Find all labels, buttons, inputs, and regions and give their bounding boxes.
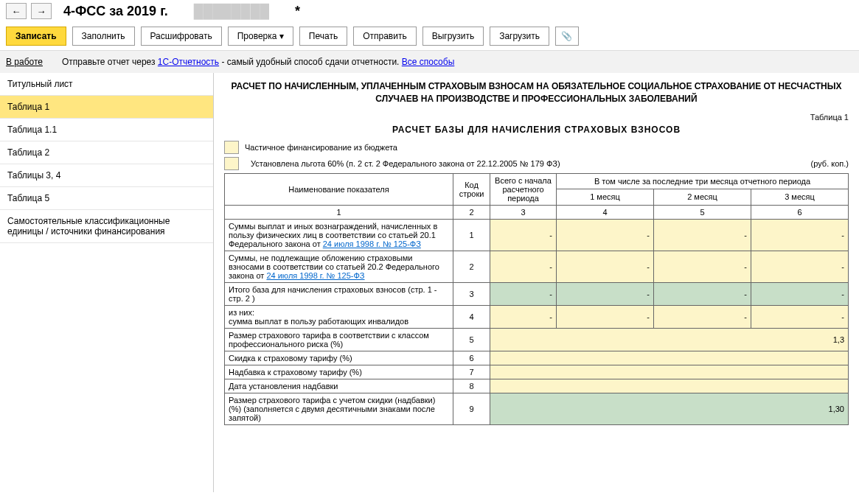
main-toolbar: Записать Заполнить Расшифровать Проверка… xyxy=(0,22,859,51)
value-cell[interactable]: - xyxy=(751,305,848,328)
sidebar-item-table34[interactable]: Таблицы 3, 4 xyxy=(0,164,213,187)
th-code: Код строки xyxy=(453,173,490,205)
th-m1: 1 месяц xyxy=(557,189,654,206)
row-name-cell: Итого база для начисления страховых взно… xyxy=(225,282,453,305)
export-button[interactable]: Выгрузить xyxy=(422,27,484,46)
row-name-cell: Дата установления надбавки xyxy=(225,379,453,393)
sidebar-item-table5[interactable]: Таблица 5 xyxy=(0,187,213,210)
content-area: РАСЧЕТ ПО НАЧИСЛЕННЫМ, УПЛАЧЕННЫМ СТРАХО… xyxy=(214,73,859,492)
table-row: Размер страхового тарифа в соответствии … xyxy=(225,328,849,351)
value-cell-wide[interactable] xyxy=(490,365,849,379)
colnum-3: 3 xyxy=(490,205,557,219)
value-cell[interactable]: - xyxy=(653,219,751,251)
value-cell[interactable]: - xyxy=(557,219,654,251)
report-table: Наименование показателя Код строки Всего… xyxy=(224,173,849,425)
row-name-cell: Суммы, не подлежащие обложению страховым… xyxy=(225,251,453,282)
row-code-cell: 5 xyxy=(453,328,490,351)
law-link[interactable]: 24 июля 1998 г. № 125-ФЗ xyxy=(266,271,364,280)
check-row-1: Частичное финансирование из бюджета xyxy=(224,141,849,154)
title-bar: ← → 4-ФСС за 2019 г. ████████ * xyxy=(0,0,859,22)
row-code-cell: 7 xyxy=(453,365,490,379)
save-button[interactable]: Записать xyxy=(6,27,66,46)
table-row: из них: сумма выплат в пользу работающих… xyxy=(225,305,849,328)
table-row: Итого база для начисления страховых взно… xyxy=(225,282,849,305)
report-main-title: РАСЧЕТ ПО НАЧИСЛЕННЫМ, УПЛАЧЕННЫМ СТРАХО… xyxy=(224,80,849,105)
status-state[interactable]: В работе xyxy=(6,57,43,67)
row-code-cell: 1 xyxy=(453,219,490,251)
value-cell[interactable]: - xyxy=(490,282,557,305)
th-last3: В том числе за последние три месяца отче… xyxy=(557,173,849,189)
row-name-cell: из них: сумма выплат в пользу работающих… xyxy=(225,305,453,328)
table-row: Скидка к страховому тарифу (%)6 xyxy=(225,351,849,365)
row-code-cell: 2 xyxy=(453,251,490,282)
table-label: Таблица 1 xyxy=(224,113,849,122)
value-cell-wide[interactable] xyxy=(490,351,849,365)
table-row: Суммы выплат и иных вознаграждений, начи… xyxy=(225,219,849,251)
value-cell[interactable]: - xyxy=(653,251,751,282)
th-total: Всего с начала расчетного периода xyxy=(490,173,557,205)
value-cell[interactable]: - xyxy=(490,219,557,251)
th-m2: 2 месяц xyxy=(653,189,751,206)
import-button[interactable]: Загрузить xyxy=(490,27,549,46)
th-m3: 3 месяц xyxy=(751,189,848,206)
value-cell[interactable]: - xyxy=(653,305,751,328)
sidebar-item-table11[interactable]: Таблица 1.1 xyxy=(0,119,213,141)
sidebar-item-units[interactable]: Самостоятельные классификационные единиц… xyxy=(0,210,213,243)
report-subtitle: РАСЧЕТ БАЗЫ ДЛЯ НАЧИСЛЕНИЯ СТРАХОВЫХ ВЗН… xyxy=(224,125,849,135)
nav-forward-button[interactable]: → xyxy=(31,3,52,19)
check-dropdown[interactable]: Проверка ▾ xyxy=(228,27,293,46)
row-code-cell: 4 xyxy=(453,305,490,328)
value-cell[interactable]: - xyxy=(557,305,654,328)
link-all-methods[interactable]: Все способы xyxy=(402,57,455,67)
colnum-4: 4 xyxy=(557,205,654,219)
paperclip-icon: 📎 xyxy=(561,31,572,41)
law-link[interactable]: 24 июля 1998 г. № 125-ФЗ xyxy=(323,239,421,248)
nav-back-button[interactable]: ← xyxy=(6,3,27,19)
row-name-cell: Размер страхового тарифа в соответствии … xyxy=(225,328,453,351)
send-button[interactable]: Отправить xyxy=(353,27,417,46)
value-cell[interactable]: - xyxy=(751,282,848,305)
value-cell[interactable]: - xyxy=(490,251,557,282)
value-cell[interactable]: - xyxy=(557,282,654,305)
status-message: Отправьте отчет через 1С-Отчетность - са… xyxy=(62,57,454,67)
checkbox-lgota[interactable] xyxy=(224,157,239,170)
row-name-cell: Суммы выплат и иных вознаграждений, начи… xyxy=(225,219,453,251)
attach-button[interactable]: 📎 xyxy=(555,27,579,46)
sidebar-item-title[interactable]: Титульный лист xyxy=(0,73,213,96)
check-row-2: Установлена льгота 60% (п. 2 ст. 2 Федер… xyxy=(224,157,849,170)
value-cell[interactable]: - xyxy=(751,219,848,251)
row-name-cell: Надбавка к страховому тарифу (%) xyxy=(225,365,453,379)
checkbox-budget[interactable] xyxy=(224,141,239,154)
value-cell[interactable]: - xyxy=(653,282,751,305)
colnum-6: 6 xyxy=(751,205,848,219)
status-bar: В работе Отправьте отчет через 1С-Отчетн… xyxy=(0,51,859,73)
print-button[interactable]: Печать xyxy=(299,27,347,46)
value-cell[interactable]: - xyxy=(490,305,557,328)
row-code-cell: 9 xyxy=(453,393,490,424)
table-row: Суммы, не подлежащие обложению страховым… xyxy=(225,251,849,282)
value-cell-wide[interactable]: 1,3 xyxy=(490,328,849,351)
check-label-1: Частичное финансирование из бюджета xyxy=(245,143,397,152)
th-name: Наименование показателя xyxy=(225,173,453,205)
value-cell-wide: 1,30 xyxy=(490,393,849,424)
colnum-1: 1 xyxy=(225,205,453,219)
colnum-5: 5 xyxy=(653,205,751,219)
table-row: Надбавка к страховому тарифу (%)7 xyxy=(225,365,849,379)
unit-label: (руб. коп.) xyxy=(811,159,849,168)
colnum-2: 2 xyxy=(453,205,490,219)
row-code-cell: 8 xyxy=(453,379,490,393)
row-code-cell: 3 xyxy=(453,282,490,305)
row-code-cell: 6 xyxy=(453,351,490,365)
link-1c[interactable]: 1С-Отчетность xyxy=(158,57,219,67)
row-name-cell: Скидка к страховому тарифу (%) xyxy=(225,351,453,365)
check-label-2: Установлена льгота 60% (п. 2 ст. 2 Федер… xyxy=(251,159,560,168)
sidebar-item-table2[interactable]: Таблица 2 xyxy=(0,141,213,164)
table-row: Дата установления надбавки8 xyxy=(225,379,849,393)
sidebar-item-table1[interactable]: Таблица 1 xyxy=(0,96,213,119)
fill-button[interactable]: Заполнить xyxy=(72,27,135,46)
value-cell[interactable]: - xyxy=(557,251,654,282)
value-cell-wide[interactable] xyxy=(490,379,849,393)
decrypt-button[interactable]: Расшифровать xyxy=(141,27,222,46)
table-row: Размер страхового тарифа с учетом скидки… xyxy=(225,393,849,424)
value-cell[interactable]: - xyxy=(751,251,848,282)
